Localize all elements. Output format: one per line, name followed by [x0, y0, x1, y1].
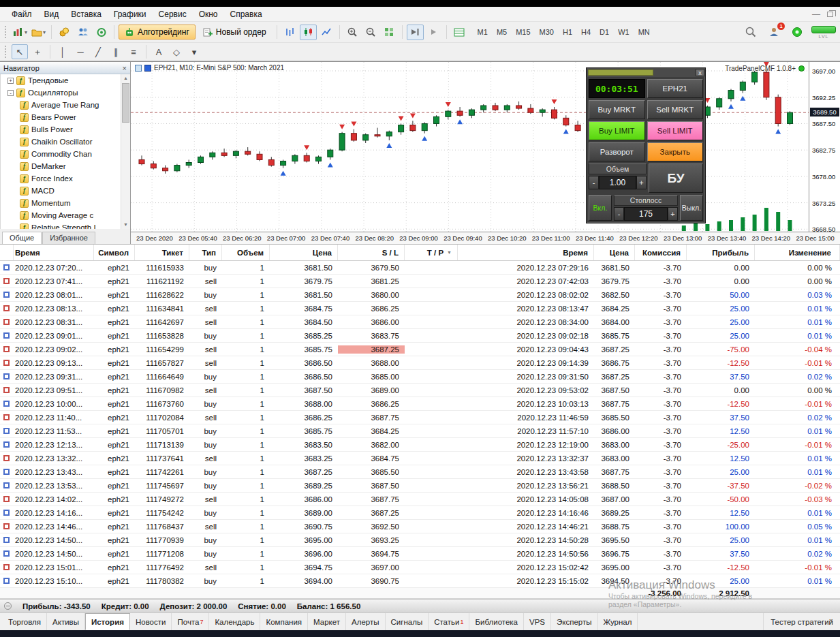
timeframe-M15[interactable]: M15: [512, 26, 534, 38]
trendline-tool-icon[interactable]: ╱: [90, 44, 106, 59]
nav-indicator-item[interactable]: ƒAverage True Rang: [1, 99, 130, 111]
filter-icon[interactable]: ▼: [447, 250, 452, 255]
objects-dropdown-icon[interactable]: ▾: [186, 44, 202, 59]
nav-indicator-item[interactable]: ƒForce Index: [1, 172, 130, 185]
timeframe-H4[interactable]: H4: [577, 26, 595, 38]
terminal-tab[interactable]: Эксперты: [551, 613, 597, 630]
crosshair-tool-icon[interactable]: +: [29, 44, 46, 59]
column-header[interactable]: Время: [458, 245, 594, 260]
buy-limit-button[interactable]: Buy LIMIT: [589, 121, 645, 140]
history-row[interactable]: 2020.12.23 08:13...eph21111634841sell136…: [0, 302, 840, 315]
column-header[interactable]: Тикет: [135, 245, 189, 260]
column-header[interactable]: Изменение: [755, 245, 840, 260]
navigator-tab[interactable]: Общие: [2, 232, 42, 244]
nav-indicator-item[interactable]: ƒMACD: [1, 185, 130, 197]
support-icon[interactable]: [788, 25, 805, 40]
terminal-tab[interactable]: Сигналы: [386, 613, 429, 630]
timeframe-M30[interactable]: M30: [535, 26, 558, 38]
zoom-out-icon[interactable]: [362, 25, 379, 40]
history-row[interactable]: 2020.12.23 15:10...eph21111780382buy1369…: [0, 574, 840, 588]
scroll-up-icon[interactable]: ▲: [121, 74, 130, 82]
terminal-tab[interactable]: Торговля: [3, 613, 47, 630]
column-header[interactable]: S / L: [338, 245, 405, 260]
fibonacci-tool-icon[interactable]: ≡: [125, 44, 142, 59]
column-header[interactable]: Время: [14, 245, 94, 260]
deposit-icon[interactable]: [56, 25, 73, 40]
nav-indicator-item[interactable]: ƒChaikin Oscillator: [1, 136, 130, 148]
terminal-tab[interactable]: VPS: [524, 613, 551, 630]
history-row[interactable]: 2020.12.23 10:00...eph21111673760buy1368…: [0, 397, 840, 411]
timeframe-H1[interactable]: H1: [559, 26, 576, 38]
target-icon[interactable]: [93, 25, 110, 40]
data-window-icon[interactable]: [451, 25, 468, 40]
terminal-tab[interactable]: Новости: [130, 613, 172, 630]
notifications-icon[interactable]: 1: [765, 25, 782, 40]
profiles-button[interactable]: ▾: [30, 25, 47, 40]
equidistant-channel-tool-icon[interactable]: ∥: [108, 44, 124, 59]
history-row[interactable]: 2020.12.23 09:31...eph21111664649buy1368…: [0, 370, 840, 384]
bar-chart-mode-icon[interactable]: [281, 25, 298, 40]
history-row[interactable]: 2020.12.23 13:32...eph21111737641sell136…: [0, 452, 840, 465]
nav-indicator-item[interactable]: ƒBulls Power: [1, 123, 130, 136]
navigator-scrollbar[interactable]: ▲▼: [121, 74, 130, 229]
algo-trading-button[interactable]: Алготрейдинг: [119, 25, 196, 40]
column-header[interactable]: Прибыль: [687, 245, 755, 260]
history-row[interactable]: 2020.12.23 15:01...eph21111776492sell136…: [0, 561, 840, 574]
text-tool-icon[interactable]: A: [151, 44, 167, 59]
stoploss-plus-button[interactable]: +: [668, 207, 678, 221]
nav-indicator-item[interactable]: ƒDeMarker: [1, 160, 130, 172]
history-row[interactable]: 2020.12.23 08:01...eph21111628622buy1368…: [0, 288, 840, 302]
nav-group-item[interactable]: -ƒОсцилляторы: [1, 87, 130, 99]
reverse-button[interactable]: Разворот: [589, 142, 645, 161]
volume-minus-button[interactable]: -: [589, 176, 599, 189]
toolbar-grip[interactable]: [5, 46, 8, 58]
history-row[interactable]: 2020.12.23 09:01...eph21111653828buy1368…: [0, 329, 840, 343]
buy-market-button[interactable]: Buy MRKT: [589, 100, 645, 119]
terminal-tab[interactable]: Журнал: [598, 613, 638, 630]
menu-item[interactable]: Сервис: [153, 8, 193, 20]
history-row[interactable]: 2020.12.23 13:53...eph21111745697buy1368…: [0, 479, 840, 493]
terminal-tab[interactable]: Алерты: [346, 613, 385, 630]
column-header[interactable]: Символ: [94, 245, 135, 260]
sell-market-button[interactable]: Sell MRKT: [647, 100, 704, 119]
new-chart-button[interactable]: ▾: [12, 25, 29, 40]
terminal-tab[interactable]: Почта7: [172, 613, 209, 630]
stoploss-minus-button[interactable]: -: [614, 207, 624, 221]
nav-indicator-item[interactable]: ƒMoving Average c: [1, 209, 130, 221]
shapes-tool-icon[interactable]: ◇: [168, 44, 185, 59]
new-order-button[interactable]: Новый ордер: [197, 25, 273, 40]
nav-indicator-item[interactable]: ƒRelative Strength I: [1, 221, 130, 229]
history-row[interactable]: 2020.12.23 14:02...eph21111749272sell136…: [0, 493, 840, 506]
stoploss-on-button[interactable]: Вкл.: [589, 195, 612, 221]
community-users-icon[interactable]: [74, 25, 91, 40]
nav-indicator-item[interactable]: ƒCommodity Chan: [1, 148, 130, 160]
history-row[interactable]: 2020.12.23 14:16...eph21111754242buy1368…: [0, 506, 840, 520]
symbol-button[interactable]: EPH21: [647, 79, 704, 98]
menu-item[interactable]: Окно: [193, 8, 224, 20]
timeframe-M1[interactable]: M1: [473, 26, 492, 38]
history-row[interactable]: 2020.12.23 14:46...eph21111768437sell136…: [0, 520, 840, 533]
menu-item[interactable]: Вставка: [65, 8, 108, 20]
terminal-tab[interactable]: Статьи1: [429, 613, 469, 630]
volume-plus-button[interactable]: +: [636, 176, 647, 189]
horizontal-line-tool-icon[interactable]: ─: [72, 44, 89, 59]
shift-chart-end-icon[interactable]: [407, 25, 424, 40]
timeframe-MN[interactable]: MN: [634, 26, 654, 38]
timeframe-W1[interactable]: W1: [614, 26, 634, 38]
terminal-tab[interactable]: История: [85, 613, 130, 630]
terminal-tab[interactable]: Активы: [47, 613, 85, 630]
minimize-button[interactable]: —: [812, 11, 820, 18]
history-row[interactable]: 2020.12.23 09:51...eph21111670982sell136…: [0, 384, 840, 397]
column-header[interactable]: Цена: [594, 245, 635, 260]
stoploss-value[interactable]: 175: [624, 207, 668, 221]
tree-expander-icon[interactable]: +: [7, 78, 14, 84]
terminal-tab[interactable]: Календарь: [209, 613, 260, 630]
zoom-in-icon[interactable]: [344, 25, 361, 40]
sell-limit-button[interactable]: Sell LIMIT: [647, 121, 704, 140]
history-row[interactable]: 2020.12.23 09:13...eph21111657827sell136…: [0, 356, 840, 370]
column-header[interactable]: Комиссия: [635, 245, 687, 260]
strategy-tester-link[interactable]: Тестер стратегий: [763, 613, 840, 630]
history-row[interactable]: 2020.12.23 07:20...eph21111615933buy1368…: [0, 261, 840, 275]
time-axis[interactable]: 23 Dec 202023 Dec 05:4023 Dec 06:2023 De…: [131, 232, 840, 244]
history-row[interactable]: 2020.12.23 07:41...eph21111621192sell136…: [0, 275, 840, 288]
